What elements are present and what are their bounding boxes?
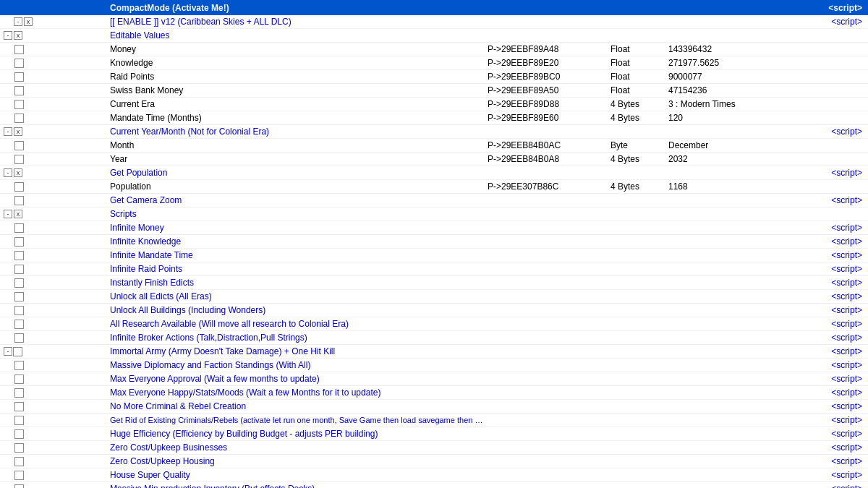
year-row: Year P->29EEB84B0A8 4 Bytes 2032 (0, 153, 868, 166)
max-approval-checkbox[interactable] (14, 374, 24, 384)
immortal-army-row: - Immortal Army (Army Doesn't Take Damag… (0, 345, 868, 359)
editable-expand2[interactable]: x (14, 31, 22, 40)
population-section-row: - x Get Population <script> (0, 166, 868, 180)
month-value[interactable]: December (665, 140, 810, 150)
current-era-address: P->29EEBF89D88 (485, 99, 608, 109)
massive-inventory-checkbox[interactable] (14, 484, 24, 489)
knowledge-label: Knowledge (109, 58, 485, 68)
zero-cost-business-row: Zero Cost/Upkeep Businesses <script> (0, 441, 868, 455)
no-criminal-row: No More Criminal & Rebel Creation <scrip… (0, 400, 868, 414)
enable-row: - x [[ ENABLE ]] v12 (Caribbean Skies + … (0, 15, 868, 29)
infinite-mandate-row: Infinite Mandate Time <script> (0, 249, 868, 262)
huge-efficiency-checkbox[interactable] (14, 429, 24, 439)
year-checkbox[interactable] (14, 155, 24, 164)
all-research-checkbox[interactable] (14, 320, 24, 329)
massive-inventory-script: <script> (810, 484, 868, 488)
population-checkbox[interactable] (14, 182, 24, 192)
unlock-buildings-checkbox[interactable] (14, 306, 24, 315)
infinite-broker-checkbox[interactable] (14, 333, 24, 343)
swiss-bank-checkbox[interactable] (14, 86, 24, 95)
population-expand2[interactable]: x (14, 168, 22, 177)
knowledge-type: Float (608, 58, 665, 68)
massive-diplomacy-script: <script> (810, 360, 868, 370)
huge-efficiency-row: Huge Efficiency (Efficiency by Building … (0, 427, 868, 441)
swiss-bank-row: Swiss Bank Money P->29EEBF89A50 Float 47… (0, 84, 868, 98)
mandate-time-value[interactable]: 120 (665, 113, 810, 123)
header-title: CompactMode (Activate Me!) (109, 3, 485, 13)
editable-expand[interactable]: - (4, 31, 12, 40)
camera-zoom-row: Get Camera Zoom <script> (0, 194, 868, 207)
month-checkbox[interactable] (14, 141, 24, 150)
year-month-label: Current Year/Month (Not for Colonial Era… (109, 127, 485, 137)
knowledge-checkbox[interactable] (14, 59, 24, 68)
raid-points-row: Raid Points P->29EEBF89BC0 Float 9000077 (0, 70, 868, 84)
unlock-edicts-checkbox[interactable] (14, 292, 24, 301)
zero-cost-housing-row: Zero Cost/Upkeep Housing <script> (0, 455, 868, 468)
immortal-army-checkbox[interactable] (13, 347, 22, 356)
all-research-script: <script> (810, 319, 868, 329)
header-script: <script> (810, 3, 868, 13)
mandate-time-type: 4 Bytes (608, 113, 665, 123)
max-happy-checkbox[interactable] (14, 388, 24, 398)
year-month-expand[interactable]: - (4, 127, 12, 136)
get-rid-criminals-checkbox[interactable] (14, 416, 24, 425)
finish-edicts-checkbox[interactable] (14, 278, 24, 288)
infinite-raid-label: Infinite Raid Points (109, 264, 485, 274)
no-criminal-script: <script> (810, 401, 868, 411)
massive-diplomacy-row: Massive Diplomacy and Faction Standings … (0, 359, 868, 372)
infinite-mandate-checkbox[interactable] (14, 251, 24, 260)
enable-expand2[interactable]: x (24, 17, 33, 26)
population-expand[interactable]: - (4, 168, 12, 177)
scripts-expand2[interactable]: x (14, 210, 22, 218)
money-checkbox[interactable] (14, 45, 24, 54)
raid-points-type: Float (608, 72, 665, 82)
infinite-knowledge-checkbox[interactable] (14, 237, 24, 247)
mandate-time-checkbox[interactable] (14, 114, 24, 123)
population-section-label: Get Population (109, 168, 485, 178)
swiss-bank-label: Swiss Bank Money (109, 85, 485, 95)
current-era-value[interactable]: 3 : Modern Times (665, 99, 810, 109)
infinite-knowledge-row: Infinite Knowledge <script> (0, 235, 868, 249)
swiss-bank-value[interactable]: 47154236 (665, 85, 810, 95)
unlock-edicts-row: Unlock all Edicts (All Eras) <script> (0, 290, 868, 304)
no-criminal-checkbox[interactable] (14, 402, 24, 411)
infinite-money-row: Infinite Money <script> (0, 221, 868, 235)
knowledge-value[interactable]: 271977.5625 (665, 58, 810, 68)
house-super-quality-row: House Super Quality <script> (0, 468, 868, 482)
camera-zoom-script: <script> (810, 195, 868, 205)
unlock-buildings-label: Unlock All Buildings (Including Wonders) (109, 305, 485, 315)
main-container[interactable]: CompactMode (Activate Me!) <script> - x … (0, 0, 868, 488)
infinite-raid-checkbox[interactable] (14, 265, 24, 274)
money-value[interactable]: 143396432 (665, 44, 810, 54)
camera-zoom-checkbox[interactable] (14, 196, 24, 205)
year-month-expand2[interactable]: x (14, 127, 22, 136)
infinite-money-script: <script> (810, 223, 868, 233)
massive-diplomacy-checkbox[interactable] (14, 361, 24, 370)
massive-inventory-row: Massive Min production Inventory (But ef… (0, 482, 868, 488)
year-value[interactable]: 2032 (665, 154, 810, 164)
raid-points-value[interactable]: 9000077 (665, 72, 810, 82)
money-label: Money (109, 44, 485, 54)
enable-label: [[ ENABLE ]] v12 (Caribbean Skies + ALL … (109, 17, 485, 27)
month-type: Byte (608, 140, 665, 150)
raid-points-checkbox[interactable] (14, 72, 24, 82)
month-address: P->29EEB84B0AC (485, 140, 608, 150)
enable-expand[interactable]: - (14, 17, 22, 26)
money-type: Float (608, 44, 665, 54)
zero-cost-housing-label: Zero Cost/Upkeep Housing (109, 456, 485, 466)
header-row: CompactMode (Activate Me!) <script> (0, 0, 868, 15)
no-criminal-label: No More Criminal & Rebel Creation (109, 401, 485, 411)
house-super-quality-script: <script> (810, 470, 868, 480)
zero-cost-housing-script: <script> (810, 456, 868, 466)
month-label: Month (109, 140, 485, 150)
infinite-money-checkbox[interactable] (14, 223, 24, 233)
zero-cost-housing-checkbox[interactable] (14, 457, 24, 466)
population-value[interactable]: 1168 (665, 181, 810, 192)
current-era-checkbox[interactable] (14, 100, 24, 109)
scripts-expand[interactable]: - (4, 210, 12, 218)
unlock-buildings-script: <script> (810, 305, 868, 315)
zero-cost-business-checkbox[interactable] (14, 443, 24, 453)
get-rid-criminals-row: Get Rid of Existing Criminals/Rebels (ac… (0, 414, 868, 427)
immortal-army-expand[interactable]: - (4, 347, 12, 356)
house-super-quality-checkbox[interactable] (14, 471, 24, 480)
